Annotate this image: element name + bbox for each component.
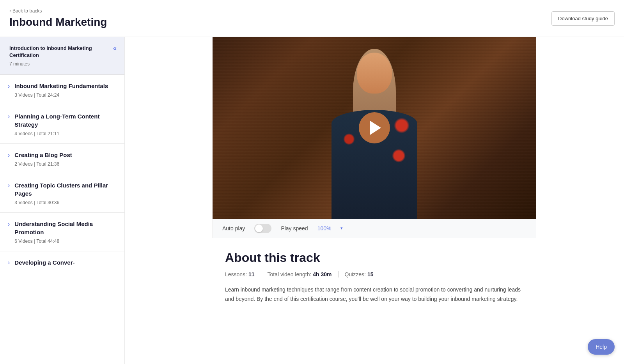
download-study-guide-button[interactable]: Download study guide <box>551 11 615 26</box>
chevron-right-icon: › <box>8 83 10 90</box>
back-link-label: Back to tracks <box>12 8 42 14</box>
sidebar-intro-item[interactable]: Introduction to Inbound Marketing Certif… <box>0 37 124 75</box>
lessons-stat: Lessons: 11 <box>225 271 261 277</box>
autoplay-toggle[interactable] <box>254 224 271 233</box>
sidebar-item-meta: 6 Videos | Total 44:48 <box>14 239 117 244</box>
sidebar: Introduction to Inbound Marketing Certif… <box>0 37 125 364</box>
lessons-label: Lessons: <box>225 271 248 277</box>
speed-dropdown-icon[interactable]: ▾ <box>340 226 343 231</box>
chevron-left-icon: ‹ <box>9 8 11 14</box>
quizzes-stat: Quizzes: 15 <box>339 271 380 277</box>
sidebar-item-title: Planning a Long-Term Content Strategy <box>14 112 117 129</box>
stats-row: Lessons: 11 Total video length: 4h 30m Q… <box>225 271 524 277</box>
autoplay-label: Auto play <box>222 225 245 231</box>
video-container: Auto play Play speed 100% ▾ <box>213 37 536 238</box>
speed-value: 100% <box>317 225 332 231</box>
sidebar-item-conversion[interactable]: › Developing a Conver- <box>0 251 124 276</box>
play-button[interactable] <box>359 112 390 143</box>
sidebar-item-title: Developing a Conver- <box>14 258 74 267</box>
sidebar-item-meta: 3 Videos | Total 30:36 <box>14 200 117 205</box>
about-section: About this track Lessons: 11 Total video… <box>213 238 536 313</box>
main-content: Auto play Play speed 100% ▾ About this t… <box>125 37 624 364</box>
video-length-value: 4h 30m <box>313 271 332 277</box>
chevron-right-icon: › <box>8 221 10 228</box>
sidebar-item-blog-post[interactable]: › Creating a Blog Post 2 Videos | Total … <box>0 144 124 174</box>
main-layout: Introduction to Inbound Marketing Certif… <box>0 37 624 364</box>
collapse-sidebar-icon[interactable]: « <box>113 45 117 52</box>
video-player[interactable] <box>213 37 536 219</box>
chevron-right-icon: › <box>8 182 10 189</box>
sidebar-item-fundamentals[interactable]: › Inbound Marketing Fundamentals 3 Video… <box>0 75 124 105</box>
video-length-stat: Total video length: 4h 30m <box>261 271 339 277</box>
back-to-tracks-link[interactable]: ‹ Back to tracks <box>9 8 107 14</box>
sidebar-item-title: Creating a Blog Post <box>14 151 72 159</box>
lessons-value: 11 <box>248 271 255 277</box>
chevron-right-icon: › <box>8 113 10 120</box>
sidebar-item-meta: 3 Videos | Total 24:24 <box>14 92 108 98</box>
about-title: About this track <box>225 251 524 265</box>
sidebar-item-title: Understanding Social Media Promotion <box>14 220 117 236</box>
sidebar-intro-text: Introduction to Inbound Marketing Certif… <box>9 45 109 67</box>
quizzes-value: 15 <box>367 271 374 277</box>
sidebar-item-meta: 4 Videos | Total 21:11 <box>14 131 117 136</box>
video-controls-bar: Auto play Play speed 100% ▾ <box>213 219 536 238</box>
sidebar-item-social-media[interactable]: › Understanding Social Media Promotion 6… <box>0 213 124 251</box>
sidebar-intro-title: Introduction to Inbound Marketing Certif… <box>9 45 109 59</box>
sidebar-item-topic-clusters[interactable]: › Creating Topic Clusters and Pillar Pag… <box>0 174 124 213</box>
sidebar-item-title: Inbound Marketing Fundamentals <box>14 82 108 90</box>
about-description: Learn inbound marketing techniques that … <box>225 285 524 304</box>
sidebar-item-content-strategy[interactable]: › Planning a Long-Term Content Strategy … <box>0 105 124 144</box>
quizzes-label: Quizzes: <box>345 271 367 277</box>
header-left: ‹ Back to tracks Inbound Marketing <box>9 8 107 28</box>
help-button[interactable]: Help <box>588 339 615 355</box>
sidebar-item-meta: 2 Videos | Total 21:36 <box>14 161 72 167</box>
video-length-label: Total video length: <box>268 271 313 277</box>
page-header: ‹ Back to tracks Inbound Marketing Downl… <box>0 0 624 37</box>
sidebar-intro-duration: 7 minutes <box>9 61 109 67</box>
chevron-right-icon: › <box>8 152 10 159</box>
play-speed-label: Play speed <box>281 225 308 231</box>
page-title: Inbound Marketing <box>9 16 107 28</box>
chevron-right-icon: › <box>8 259 10 266</box>
sidebar-item-title: Creating Topic Clusters and Pillar Pages <box>14 181 117 198</box>
